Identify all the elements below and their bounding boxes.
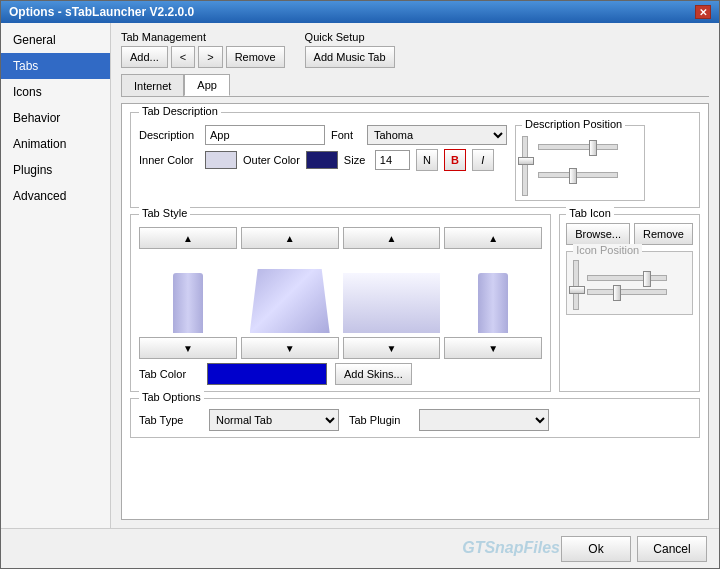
sidebar: General Tabs Icons Behavior Animation Pl… <box>1 23 111 528</box>
tab-options-section: Tab Options Tab Type Normal Tab Tab Plug… <box>130 398 700 438</box>
tab-style-content: Tab Color Add Skins... <box>139 221 542 385</box>
tab-shape-narrow-right <box>478 273 508 333</box>
up-arrows-row <box>139 227 542 249</box>
icon-h-thumb-bottom <box>613 285 621 301</box>
font-select[interactable]: Tahoma Arial Segoe UI <box>367 125 507 145</box>
sidebar-item-behavior[interactable]: Behavior <box>1 105 110 131</box>
sidebar-item-advanced[interactable]: Advanced <box>1 183 110 209</box>
tab-color-label: Tab Color <box>139 368 199 380</box>
style-down-1[interactable] <box>139 337 237 359</box>
bold-style-button[interactable]: B <box>444 149 466 171</box>
sidebar-item-tabs[interactable]: Tabs <box>1 53 110 79</box>
browse-icon-button[interactable]: Browse... <box>566 223 630 245</box>
sidebar-item-general[interactable]: General <box>1 27 110 53</box>
title-bar: Options - sTabLauncher V2.2.0.0 ✕ <box>1 1 719 23</box>
tab-type-label: Tab Type <box>139 414 199 426</box>
vertical-slider-track[interactable] <box>522 136 528 196</box>
size-input[interactable] <box>375 150 410 170</box>
watermark: GTSnapFiles <box>462 539 560 557</box>
tab-color-row: Tab Color Add Skins... <box>139 363 542 385</box>
vertical-slider-thumb <box>518 157 534 165</box>
style-down-3[interactable] <box>343 337 441 359</box>
outer-color-picker[interactable] <box>306 151 338 169</box>
tab-management-group: Tab Management Add... < > Remove <box>121 31 285 68</box>
desc-position-box: Description Position <box>515 125 645 201</box>
icon-v-slider-col <box>573 260 579 310</box>
icon-h-thumb-top <box>643 271 651 287</box>
icon-h-sliders <box>587 275 667 295</box>
top-controls: Tab Management Add... < > Remove Quick S… <box>121 31 709 68</box>
prev-button[interactable]: < <box>171 46 195 68</box>
style-up-2[interactable] <box>241 227 339 249</box>
size-label: Size <box>344 154 369 166</box>
inner-color-label: Inner Color <box>139 154 199 166</box>
icon-h-slider-bottom[interactable] <box>587 289 667 295</box>
desc-position-title: Description Position <box>522 118 625 130</box>
horizontal-slider-top[interactable] <box>538 144 618 150</box>
desc-position-sliders <box>522 130 638 196</box>
icon-position-title: Icon Position <box>573 244 642 256</box>
style-down-4[interactable] <box>444 337 542 359</box>
desc-input[interactable] <box>205 125 325 145</box>
style-down-2[interactable] <box>241 337 339 359</box>
tab-preview-1 <box>139 253 237 333</box>
tab-description-section: Tab Description Description Font Tahoma … <box>130 112 700 208</box>
tab-style-title: Tab Style <box>139 207 190 219</box>
ok-button[interactable]: Ok <box>561 536 631 562</box>
horizontal-slider-bottom[interactable] <box>538 172 618 178</box>
normal-style-button[interactable]: N <box>416 149 438 171</box>
tab-options-title: Tab Options <box>139 391 204 403</box>
close-button[interactable]: ✕ <box>695 5 711 19</box>
icon-v-slider[interactable] <box>573 260 579 310</box>
icon-position-box: Icon Position <box>566 251 693 315</box>
tab-preview-row <box>139 253 542 333</box>
style-up-3[interactable] <box>343 227 441 249</box>
down-arrows-row <box>139 337 542 359</box>
tab-plugin-label: Tab Plugin <box>349 414 409 426</box>
tab-internet[interactable]: Internet <box>121 74 184 96</box>
tab-description-title: Tab Description <box>139 105 221 117</box>
outer-color-label: Outer Color <box>243 154 300 166</box>
next-button[interactable]: > <box>198 46 222 68</box>
h-slider-top-thumb <box>589 140 597 156</box>
tab-options-row: Tab Type Normal Tab Tab Plugin <box>139 405 691 431</box>
sidebar-item-plugins[interactable]: Plugins <box>1 157 110 183</box>
tab-shape-wide-center <box>250 253 330 333</box>
sidebar-item-icons[interactable]: Icons <box>1 79 110 105</box>
icon-h-slider-top[interactable] <box>587 275 667 281</box>
inner-color-picker[interactable] <box>205 151 237 169</box>
add-music-tab-button[interactable]: Add Music Tab <box>305 46 395 68</box>
tab-color-picker[interactable] <box>207 363 327 385</box>
main-window: Options - sTabLauncher V2.2.0.0 ✕ Genera… <box>0 0 720 569</box>
tab-shape-flat <box>343 273 441 333</box>
tab-preview-3 <box>343 253 441 333</box>
vertical-slider-col <box>522 136 528 196</box>
bottom-bar: GTSnapFiles Ok Cancel <box>1 528 719 568</box>
remove-button[interactable]: Remove <box>226 46 285 68</box>
tab-preview-4 <box>444 253 542 333</box>
tab-icon-section: Tab Icon Browse... Remove Icon Position <box>559 214 700 392</box>
remove-icon-button[interactable]: Remove <box>634 223 693 245</box>
quick-setup-buttons: Add Music Tab <box>305 46 395 68</box>
cancel-button[interactable]: Cancel <box>637 536 707 562</box>
tab-app[interactable]: App <box>184 74 230 96</box>
style-up-4[interactable] <box>444 227 542 249</box>
add-button[interactable]: Add... <box>121 46 168 68</box>
font-label: Font <box>331 129 361 141</box>
tab-type-select[interactable]: Normal Tab <box>209 409 339 431</box>
icon-buttons: Browse... Remove <box>566 223 693 245</box>
quick-setup-label: Quick Setup <box>305 31 395 43</box>
style-up-1[interactable] <box>139 227 237 249</box>
icon-sliders-area <box>573 256 686 310</box>
add-skins-button[interactable]: Add Skins... <box>335 363 412 385</box>
content-area: Tab Management Add... < > Remove Quick S… <box>111 23 719 528</box>
h-slider-bottom-thumb <box>569 168 577 184</box>
tab-shape-narrow-left <box>173 273 203 333</box>
sidebar-item-animation[interactable]: Animation <box>1 131 110 157</box>
h-sliders <box>538 136 618 196</box>
tab-plugin-select[interactable] <box>419 409 549 431</box>
desc-row: Description Font Tahoma Arial Segoe UI <box>139 125 507 145</box>
italic-style-button[interactable]: I <box>472 149 494 171</box>
tab-management-buttons: Add... < > Remove <box>121 46 285 68</box>
tab-style-section: Tab Style <box>130 214 551 392</box>
